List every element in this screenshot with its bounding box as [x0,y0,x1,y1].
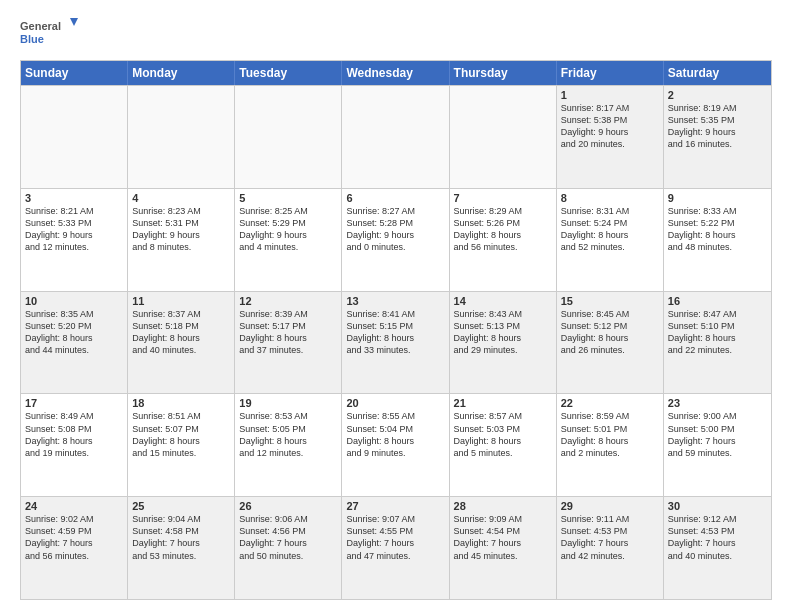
cell-line: Sunset: 4:59 PM [25,525,123,537]
cell-line: Daylight: 8 hours [346,435,444,447]
calendar-cell-2-6: 16Sunrise: 8:47 AMSunset: 5:10 PMDayligh… [664,292,771,394]
calendar-cell-2-4: 14Sunrise: 8:43 AMSunset: 5:13 PMDayligh… [450,292,557,394]
cell-line: Daylight: 8 hours [454,229,552,241]
calendar-cell-0-6: 2Sunrise: 8:19 AMSunset: 5:35 PMDaylight… [664,86,771,188]
day-number: 11 [132,295,230,307]
day-number: 28 [454,500,552,512]
day-number: 6 [346,192,444,204]
cell-line: Sunset: 4:54 PM [454,525,552,537]
day-number: 16 [668,295,767,307]
cell-line: Sunrise: 8:33 AM [668,205,767,217]
header-day-sunday: Sunday [21,61,128,85]
day-number: 3 [25,192,123,204]
day-number: 1 [561,89,659,101]
cell-line: Daylight: 8 hours [25,435,123,447]
cell-line: and 4 minutes. [239,241,337,253]
cell-line: Sunset: 4:58 PM [132,525,230,537]
cell-line: Sunrise: 8:51 AM [132,410,230,422]
cell-line: Daylight: 8 hours [561,229,659,241]
cell-line: Sunset: 5:08 PM [25,423,123,435]
cell-line: Sunrise: 8:39 AM [239,308,337,320]
cell-line: Sunrise: 9:00 AM [668,410,767,422]
cell-line: and 33 minutes. [346,344,444,356]
cell-line: Sunrise: 8:21 AM [25,205,123,217]
calendar-cell-4-6: 30Sunrise: 9:12 AMSunset: 4:53 PMDayligh… [664,497,771,599]
calendar-cell-0-2 [235,86,342,188]
header-day-saturday: Saturday [664,61,771,85]
cell-line: Sunrise: 8:25 AM [239,205,337,217]
cell-line: Sunset: 5:31 PM [132,217,230,229]
calendar-cell-0-0 [21,86,128,188]
cell-line: Sunrise: 9:09 AM [454,513,552,525]
day-number: 27 [346,500,444,512]
calendar-cell-3-2: 19Sunrise: 8:53 AMSunset: 5:05 PMDayligh… [235,394,342,496]
day-number: 13 [346,295,444,307]
day-number: 21 [454,397,552,409]
page: General Blue SundayMondayTuesdayWednesda… [0,0,792,612]
cell-line: Sunset: 5:33 PM [25,217,123,229]
cell-line: Sunset: 4:53 PM [668,525,767,537]
day-number: 26 [239,500,337,512]
cell-line: Sunrise: 8:19 AM [668,102,767,114]
cell-line: Sunset: 5:10 PM [668,320,767,332]
day-number: 12 [239,295,337,307]
calendar-cell-1-2: 5Sunrise: 8:25 AMSunset: 5:29 PMDaylight… [235,189,342,291]
cell-line: Sunset: 5:35 PM [668,114,767,126]
cell-line: and 47 minutes. [346,550,444,562]
cell-line: and 26 minutes. [561,344,659,356]
calendar-cell-3-3: 20Sunrise: 8:55 AMSunset: 5:04 PMDayligh… [342,394,449,496]
calendar-cell-4-1: 25Sunrise: 9:04 AMSunset: 4:58 PMDayligh… [128,497,235,599]
day-number: 5 [239,192,337,204]
calendar-row-2: 10Sunrise: 8:35 AMSunset: 5:20 PMDayligh… [21,291,771,394]
cell-line: Daylight: 7 hours [454,537,552,549]
calendar-cell-0-5: 1Sunrise: 8:17 AMSunset: 5:38 PMDaylight… [557,86,664,188]
cell-line: Sunset: 4:55 PM [346,525,444,537]
day-number: 23 [668,397,767,409]
day-number: 2 [668,89,767,101]
calendar-cell-1-4: 7Sunrise: 8:29 AMSunset: 5:26 PMDaylight… [450,189,557,291]
cell-line: Sunrise: 9:11 AM [561,513,659,525]
calendar-row-3: 17Sunrise: 8:49 AMSunset: 5:08 PMDayligh… [21,393,771,496]
calendar-cell-3-5: 22Sunrise: 8:59 AMSunset: 5:01 PMDayligh… [557,394,664,496]
cell-line: Sunset: 5:29 PM [239,217,337,229]
cell-line: Daylight: 8 hours [132,435,230,447]
cell-line: Daylight: 9 hours [239,229,337,241]
calendar-cell-0-4 [450,86,557,188]
cell-line: and 40 minutes. [668,550,767,562]
day-number: 30 [668,500,767,512]
calendar-cell-1-6: 9Sunrise: 8:33 AMSunset: 5:22 PMDaylight… [664,189,771,291]
cell-line: Sunset: 5:26 PM [454,217,552,229]
cell-line: Daylight: 8 hours [454,435,552,447]
day-number: 17 [25,397,123,409]
cell-line: Daylight: 7 hours [561,537,659,549]
cell-line: Daylight: 8 hours [668,229,767,241]
calendar-cell-4-4: 28Sunrise: 9:09 AMSunset: 4:54 PMDayligh… [450,497,557,599]
cell-line: Sunset: 5:28 PM [346,217,444,229]
cell-line: Daylight: 8 hours [346,332,444,344]
cell-line: and 59 minutes. [668,447,767,459]
cell-line: and 19 minutes. [25,447,123,459]
svg-marker-2 [70,18,78,26]
calendar-cell-1-0: 3Sunrise: 8:21 AMSunset: 5:33 PMDaylight… [21,189,128,291]
day-number: 7 [454,192,552,204]
cell-line: and 52 minutes. [561,241,659,253]
cell-line: Sunrise: 8:45 AM [561,308,659,320]
day-number: 10 [25,295,123,307]
cell-line: Sunset: 5:00 PM [668,423,767,435]
cell-line: and 22 minutes. [668,344,767,356]
calendar-cell-0-3 [342,86,449,188]
cell-line: and 12 minutes. [25,241,123,253]
day-number: 25 [132,500,230,512]
day-number: 20 [346,397,444,409]
cell-line: Daylight: 7 hours [239,537,337,549]
cell-line: Sunrise: 9:06 AM [239,513,337,525]
cell-line: Sunrise: 8:29 AM [454,205,552,217]
cell-line: Sunset: 4:56 PM [239,525,337,537]
calendar-row-4: 24Sunrise: 9:02 AMSunset: 4:59 PMDayligh… [21,496,771,599]
cell-line: Sunset: 4:53 PM [561,525,659,537]
cell-line: Daylight: 8 hours [561,435,659,447]
cell-line: Sunrise: 8:35 AM [25,308,123,320]
calendar-cell-3-0: 17Sunrise: 8:49 AMSunset: 5:08 PMDayligh… [21,394,128,496]
day-number: 14 [454,295,552,307]
cell-line: and 40 minutes. [132,344,230,356]
